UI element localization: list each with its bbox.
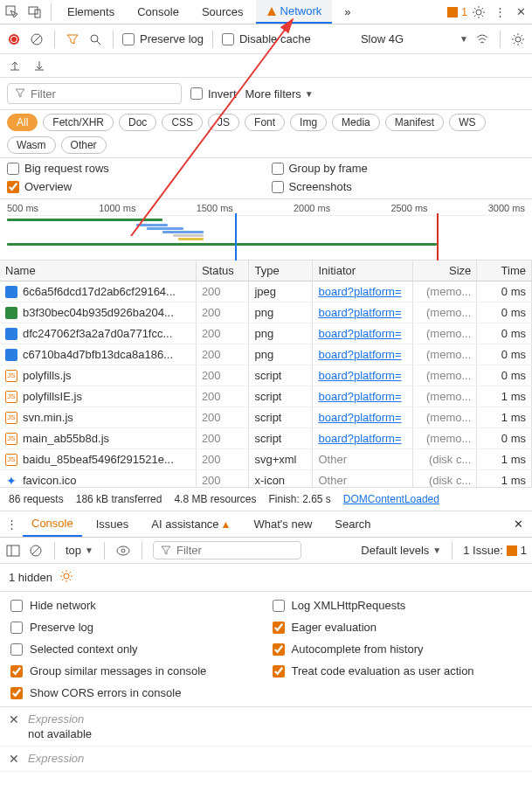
table-row[interactable]: ✦favicon.ico200x-iconOther(disk c...1 ms <box>0 470 532 489</box>
cell-name[interactable]: dfc247062f3a2a7d0a771fcc... <box>0 323 196 344</box>
table-row[interactable]: JSpolyfills.js200scriptboard?platform=(m… <box>0 365 532 386</box>
autocomplete-history-checkbox[interactable]: Autocomplete from history <box>273 643 522 656</box>
group-by-frame-checkbox[interactable]: Group by frame <box>272 162 526 175</box>
tab-console[interactable]: Console <box>127 0 190 24</box>
table-row[interactable]: c6710ba4d7bfb13dca8a186...200pngboard?pl… <box>0 344 532 365</box>
table-row[interactable]: JSmain_ab55b8d.js200scriptboard?platform… <box>0 428 532 449</box>
remove-expression-icon[interactable]: ✕ <box>9 712 21 726</box>
cell-name[interactable]: JSmain_ab55b8d.js <box>0 428 196 449</box>
initiator-link[interactable]: board?platform= <box>318 390 401 403</box>
initiator-link[interactable]: board?platform= <box>318 411 401 424</box>
cell-name[interactable]: c6710ba4d7bfb13dca8a186... <box>0 344 196 365</box>
more-filters-dropdown[interactable]: More filters ▼ <box>245 87 314 101</box>
log-levels-dropdown[interactable]: Default levels ▼ <box>361 544 441 557</box>
chip-font[interactable]: Font <box>245 114 285 131</box>
issues-indicator[interactable]: 1 <box>447 6 467 18</box>
table-row[interactable]: JSsvn.min.js200scriptboard?platform=(mem… <box>0 407 532 428</box>
big-rows-input[interactable] <box>7 163 19 175</box>
console-settings-icon[interactable] <box>59 569 73 586</box>
inspect-icon[interactable] <box>2 2 23 23</box>
drawer-tab-ai[interactable]: AI assistance ▲ <box>142 511 239 537</box>
close-devtools-icon[interactable]: ✕ <box>511 3 530 22</box>
console-filter-input[interactable]: Filter <box>153 541 301 559</box>
settings-icon[interactable] <box>469 3 488 22</box>
close-drawer-icon[interactable]: ✕ <box>509 518 527 531</box>
filter-input[interactable]: Filter <box>7 83 182 104</box>
invert-checkbox[interactable]: Invert <box>190 87 237 101</box>
initiator-link[interactable]: board?platform= <box>318 369 401 382</box>
hide-network-checkbox[interactable]: Hide network <box>10 599 260 612</box>
console-issues-indicator[interactable]: 1 Issue: 1 <box>463 544 527 557</box>
treat-code-checkbox[interactable]: Treat code evaluation as user action <box>273 664 522 677</box>
screenshots-input[interactable] <box>272 181 284 193</box>
tab-overflow[interactable]: » <box>334 0 361 24</box>
drawer-tab-issues[interactable]: Issues <box>87 511 138 537</box>
screenshots-checkbox[interactable]: Screenshots <box>272 180 526 193</box>
search-icon[interactable] <box>86 31 104 48</box>
big-request-rows-checkbox[interactable]: Big request rows <box>7 162 261 175</box>
cell-name[interactable]: b3f30bec04b935d926ba204... <box>0 302 196 323</box>
live-expression-icon[interactable] <box>115 543 131 559</box>
show-cors-checkbox[interactable]: Show CORS errors in console <box>10 686 260 699</box>
cell-name[interactable]: JSpolyfills.js <box>0 365 196 386</box>
chip-doc[interactable]: Doc <box>119 114 156 131</box>
remove-expression-icon[interactable]: ✕ <box>9 752 21 766</box>
col-size[interactable]: Size <box>413 261 477 281</box>
cell-name[interactable]: JSpolyfillsIE.js <box>0 386 196 407</box>
network-settings-icon[interactable] <box>509 31 527 48</box>
throttling-select[interactable]: Slow 4G ▼ <box>361 32 468 45</box>
cell-name[interactable]: 6c6a5f6dcd17d2ab6cf29164... <box>0 281 196 302</box>
upload-icon[interactable] <box>7 58 23 73</box>
preserve-log-checkbox[interactable]: Preserve log <box>122 32 204 45</box>
chip-img[interactable]: Img <box>290 114 327 131</box>
device-toggle-icon[interactable] <box>24 2 45 23</box>
col-name[interactable]: Name <box>0 261 196 281</box>
chip-media[interactable]: Media <box>332 114 380 131</box>
table-row[interactable]: b3f30bec04b935d926ba204...200pngboard?pl… <box>0 302 532 323</box>
invert-input[interactable] <box>190 87 203 100</box>
download-icon[interactable] <box>31 58 47 73</box>
selected-context-checkbox[interactable]: Selected context only <box>10 643 260 656</box>
overview-input[interactable] <box>7 181 19 193</box>
log-xml-checkbox[interactable]: Log XMLHttpRequests <box>273 599 522 612</box>
col-time[interactable]: Time <box>477 261 532 281</box>
tab-network[interactable]: Network <box>256 0 333 24</box>
initiator-link[interactable]: board?platform= <box>318 327 401 340</box>
clear-icon[interactable] <box>28 31 45 48</box>
overview-checkbox[interactable]: Overview <box>7 180 261 193</box>
preserve-log-console-checkbox[interactable]: Preserve log <box>10 621 260 634</box>
chip-ws[interactable]: WS <box>449 114 485 131</box>
table-row[interactable]: 6c6a5f6dcd17d2ab6cf29164...200jpegboard?… <box>0 281 532 302</box>
context-selector[interactable]: top ▼ <box>66 544 93 557</box>
group-similar-checkbox[interactable]: Group similar messages in console <box>10 664 260 677</box>
eager-eval-checkbox[interactable]: Eager evaluation <box>273 621 522 634</box>
disable-cache-input[interactable] <box>222 33 234 45</box>
chip-manifest[interactable]: Manifest <box>385 114 444 131</box>
initiator-link[interactable]: board?platform= <box>318 432 401 445</box>
col-status[interactable]: Status <box>196 261 249 281</box>
live-expression-row[interactable]: ✕ Expression not available <box>0 707 532 747</box>
status-dcl[interactable]: DOMContentLoaded <box>343 493 439 505</box>
preserve-log-input[interactable] <box>122 33 135 45</box>
disable-cache-checkbox[interactable]: Disable cache <box>222 32 311 45</box>
tab-elements[interactable]: Elements <box>57 0 125 24</box>
chip-wasm[interactable]: Wasm <box>7 136 56 154</box>
table-row[interactable]: JSbaidu_85beaf5496f291521e...200svg+xmlO… <box>0 449 532 470</box>
chip-css[interactable]: CSS <box>162 114 203 131</box>
drawer-tab-search[interactable]: Search <box>326 511 379 537</box>
initiator-link[interactable]: board?platform= <box>318 348 401 361</box>
col-initiator[interactable]: Initiator <box>313 261 413 281</box>
drawer-tab-whatsnew[interactable]: What's new <box>245 511 321 537</box>
drawer-tab-console[interactable]: Console <box>23 511 82 537</box>
filter-toggle-icon[interactable] <box>64 31 81 48</box>
group-frame-input[interactable] <box>272 163 284 175</box>
cell-name[interactable]: JSbaidu_85beaf5496f291521e... <box>0 449 196 470</box>
record-icon[interactable] <box>5 31 23 48</box>
clear-console-icon[interactable] <box>28 543 44 559</box>
tab-sources[interactable]: Sources <box>191 0 254 24</box>
chip-fetch[interactable]: Fetch/XHR <box>43 114 114 131</box>
table-row[interactable]: JSpolyfillsIE.js200scriptboard?platform=… <box>0 386 532 407</box>
col-type[interactable]: Type <box>249 261 313 281</box>
network-conditions-icon[interactable] <box>473 31 491 48</box>
sidebar-toggle-icon[interactable] <box>5 543 21 559</box>
